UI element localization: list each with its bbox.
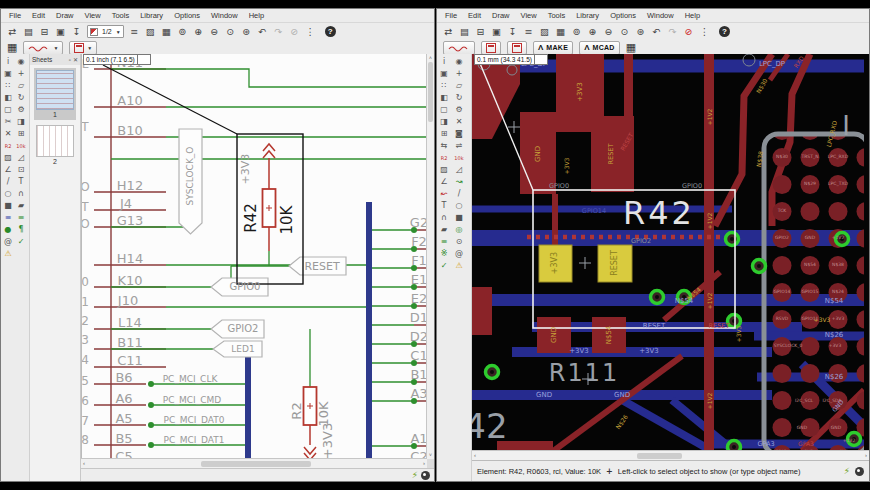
zoom-select-icon[interactable]: ⊛	[634, 25, 647, 38]
group-icon[interactable]: ▢	[2, 104, 14, 115]
attribute-icon[interactable]: @	[2, 236, 14, 247]
designlink-button[interactable]: ▼	[23, 41, 63, 55]
sheet-tab-2[interactable]: 2	[34, 123, 76, 167]
group-icon[interactable]: ▢	[438, 104, 450, 115]
redo-icon[interactable]: ↷	[666, 25, 679, 38]
copy-icon[interactable]: ▱	[15, 80, 27, 91]
menu-item[interactable]: Edit	[32, 11, 45, 20]
change-icon[interactable]: ⚙	[453, 104, 465, 115]
pcb-quote-button[interactable]	[481, 41, 501, 55]
split-icon[interactable]: ∠	[438, 176, 450, 187]
board-canvas[interactable]: LPC_DPLPC_DPGND+3V3+3V3RESETRESETGPIO0GP…	[472, 54, 869, 451]
miter-icon[interactable]: ◿	[15, 152, 27, 163]
schematic-canvas[interactable]: LTOTO012345678N11A10B10H12J4G13H14K10J10…	[81, 54, 427, 459]
net-icon[interactable]: ≡	[15, 212, 27, 223]
redo-icon[interactable]: ↷	[272, 25, 285, 38]
sync-status-icon[interactable]	[421, 471, 430, 480]
pcb-service-button[interactable]: ▼	[69, 41, 97, 55]
rotate-icon[interactable]: ↻	[15, 92, 27, 103]
polygon-icon[interactable]: ▰	[15, 200, 27, 211]
print-icon[interactable]: ⊟	[474, 25, 487, 38]
name-icon[interactable]: R2	[438, 152, 450, 163]
more-icon[interactable]: ⋮	[698, 25, 711, 38]
arc-icon[interactable]: ∩	[15, 188, 27, 199]
ratsnest-icon[interactable]: ※	[438, 248, 450, 259]
label-icon[interactable]: ¶	[15, 224, 27, 235]
menu-item[interactable]: Window	[647, 11, 674, 20]
grid-pattern-icon[interactable]: ▦	[160, 25, 173, 38]
route-icon[interactable]: ↝	[453, 176, 465, 187]
scroll-left-icon[interactable]: ‹	[83, 460, 85, 466]
gateswap-icon[interactable]: ⇌	[453, 140, 465, 151]
info-icon[interactable]: i	[2, 56, 14, 67]
hole-icon[interactable]: ⊙	[453, 236, 465, 247]
save-icon[interactable]: ▤	[458, 25, 471, 38]
scroll-down-icon[interactable]: ˅	[427, 452, 434, 458]
copy-icon[interactable]: ▱	[453, 80, 465, 91]
delete-icon[interactable]: ✕	[453, 116, 465, 127]
rect-icon[interactable]: ■	[453, 212, 465, 223]
menu-item[interactable]: Help	[685, 11, 700, 20]
circle-icon[interactable]: ○	[453, 200, 465, 211]
menu-item[interactable]: Window	[211, 11, 238, 20]
zoom-fit-icon[interactable]: ⊚	[570, 25, 583, 38]
menu-item[interactable]: Library	[576, 11, 599, 20]
scroll-left-icon[interactable]: ‹	[474, 452, 476, 458]
pin-panel-icon[interactable]: ▫	[69, 57, 71, 63]
mark-icon[interactable]: +	[15, 68, 27, 79]
display-icon[interactable]: ▣	[2, 68, 14, 79]
mcad-button[interactable]: Λ MCAD	[579, 41, 620, 55]
close-panel-icon[interactable]: ✕	[73, 56, 78, 63]
miter-icon[interactable]: ◿	[453, 164, 465, 175]
arc-icon[interactable]: ∩	[438, 212, 450, 223]
zoom-select-icon[interactable]: ⊛	[240, 25, 253, 38]
errors-icon[interactable]: ⚠	[2, 248, 14, 259]
smash-icon[interactable]: ▨	[438, 164, 450, 175]
menu-item[interactable]: Options	[174, 11, 200, 20]
mark-icon[interactable]: +	[453, 68, 465, 79]
zoom-redraw-icon[interactable]: ⊙	[224, 25, 237, 38]
export-image-icon[interactable]: ▣	[490, 25, 503, 38]
more-icon[interactable]: ⋮	[304, 25, 317, 38]
show-icon[interactable]: ◉	[453, 56, 465, 67]
layer-select[interactable]: 1/2 ▼	[87, 25, 124, 38]
move-icon[interactable]: ∷	[2, 80, 14, 91]
buy-button[interactable]	[507, 41, 527, 55]
menu-item[interactable]: Draw	[492, 11, 510, 20]
value-icon[interactable]: 10k	[15, 140, 27, 151]
grid-settings-icon[interactable]: ▦	[626, 41, 636, 54]
bus-icon[interactable]: ≡	[2, 212, 14, 223]
erc-icon[interactable]: ✓	[15, 236, 27, 247]
text-icon[interactable]: T	[438, 200, 450, 211]
signal-icon[interactable]: ≡	[438, 236, 450, 247]
menu-item[interactable]: File	[445, 11, 457, 20]
grid-settings-icon[interactable]: ▦	[7, 41, 17, 54]
zoom-redraw-icon[interactable]: ⊙	[618, 25, 631, 38]
stop-icon[interactable]: ⊘	[682, 25, 695, 38]
rotate-icon[interactable]: ↻	[453, 92, 465, 103]
wire-icon[interactable]: /	[2, 176, 14, 187]
marker-icon[interactable]: ↧	[70, 25, 83, 38]
drc-icon[interactable]: ✓	[438, 260, 450, 271]
display-layers-icon[interactable]: ≡	[128, 25, 141, 38]
value-icon[interactable]: 10k	[453, 152, 465, 163]
mirror-icon[interactable]: ◧	[2, 92, 14, 103]
mirror-icon[interactable]: ◧	[438, 92, 450, 103]
vertical-scrollbar[interactable]: ˄ ˅	[426, 54, 434, 459]
show-icon[interactable]: ◉	[15, 56, 27, 67]
display-layers-icon[interactable]: ≡	[522, 25, 535, 38]
undo-icon[interactable]: ↶	[256, 25, 269, 38]
sync-status-icon[interactable]	[855, 467, 864, 476]
menu-item[interactable]: Tools	[548, 11, 566, 20]
display-icon[interactable]: ▣	[438, 68, 450, 79]
lock-icon[interactable]: ◙	[453, 128, 465, 139]
save-icon[interactable]: ▤	[22, 25, 35, 38]
designlink-button[interactable]	[443, 41, 475, 55]
grid-pattern-icon[interactable]: ▦	[554, 25, 567, 38]
zoom-out-icon[interactable]: ⊖	[602, 25, 615, 38]
project-icon[interactable]: ⇄	[6, 25, 19, 38]
add-icon[interactable]: ⊞	[438, 128, 450, 139]
invoke-icon[interactable]: ⊡	[15, 164, 27, 175]
text-icon[interactable]: T	[15, 176, 27, 187]
help-button[interactable]: ?	[719, 26, 730, 37]
